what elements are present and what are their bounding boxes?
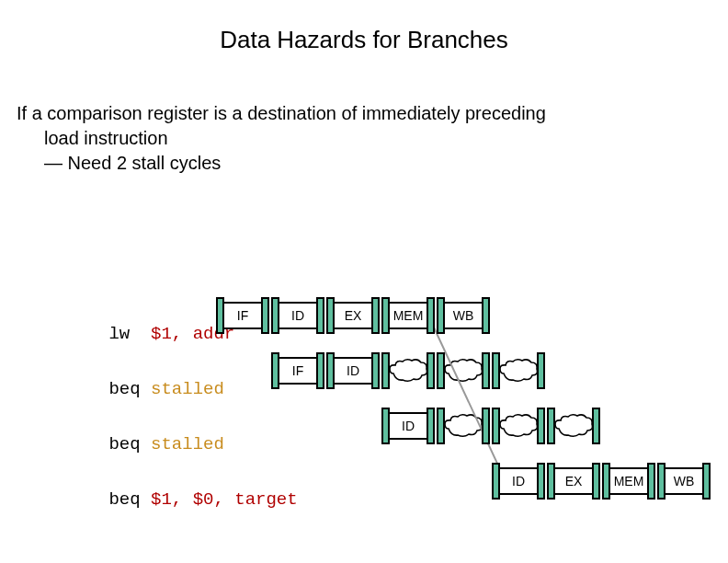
- svg-line-0: [428, 316, 506, 481]
- body-line-1: If a comparison register is a destinatio…: [17, 101, 697, 126]
- stage-ex: EX: [331, 302, 375, 329]
- stage-mem: MEM: [386, 302, 430, 329]
- stage-ex: EX: [552, 467, 596, 495]
- stage-wb: WB: [441, 302, 485, 329]
- stage-wb: WB: [662, 467, 706, 495]
- stage-id: ID: [331, 357, 375, 385]
- body-line-2: load instruction: [17, 126, 697, 151]
- page-title: Data Hazards for Branches: [0, 0, 728, 54]
- body-text: If a comparison register is a destinatio…: [17, 101, 697, 176]
- stage-mem: MEM: [607, 467, 651, 495]
- stage-if: IF: [221, 302, 265, 329]
- stage-id: ID: [496, 467, 540, 495]
- body-line-3: — Need 2 stall cycles: [17, 151, 697, 176]
- stage-id: ID: [276, 302, 320, 329]
- stage-if: IF: [276, 357, 320, 385]
- stage-id: ID: [386, 412, 430, 440]
